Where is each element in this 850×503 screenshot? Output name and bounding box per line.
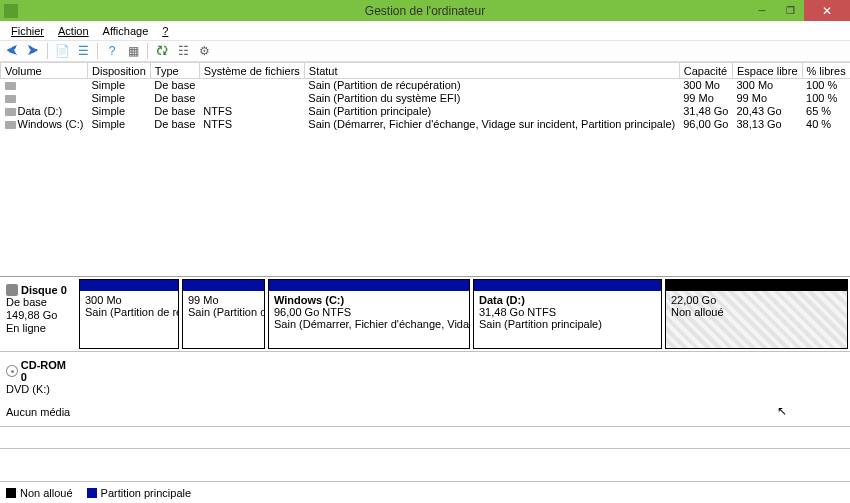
partition[interactable]: Windows (C:)96,00 Go NTFSSain (Démarrer,… <box>268 279 470 349</box>
col-pctfree[interactable]: % libres <box>802 63 850 79</box>
table-row[interactable]: Windows (C:)SimpleDe baseNTFSSain (Démar… <box>1 118 851 131</box>
disk-icon <box>6 284 18 296</box>
cd-icon <box>6 365 18 377</box>
menubar: Fichier Action Affichage ? <box>0 21 850 40</box>
col-capacity[interactable]: Capacité <box>679 63 732 79</box>
volume-icon <box>5 121 16 129</box>
disk-map: Disque 0 De base 149,88 Go En ligne 300 … <box>0 277 850 448</box>
col-free[interactable]: Espace libre <box>732 63 802 79</box>
col-disposition[interactable]: Disposition <box>88 63 151 79</box>
list-icon[interactable]: ☷ <box>174 42 192 60</box>
back-button[interactable]: ⮜ <box>3 42 21 60</box>
legend-primary: Partition principale <box>87 487 192 499</box>
disk-row-cdrom[interactable]: CD-ROM 0 DVD (K:) Aucun média <box>0 352 850 427</box>
separator <box>47 43 48 59</box>
col-type[interactable]: Type <box>150 63 199 79</box>
menu-action[interactable]: Action <box>51 23 96 39</box>
col-volume[interactable]: Volume <box>1 63 88 79</box>
help-icon[interactable]: ? <box>103 42 121 60</box>
separator <box>147 43 148 59</box>
minimize-button[interactable]: ─ <box>748 0 776 21</box>
partition[interactable]: Data (D:)31,48 Go NTFSSain (Partition pr… <box>473 279 662 349</box>
spacer <box>0 448 850 481</box>
volume-icon <box>5 82 16 90</box>
legend-unallocated: Non alloué <box>6 487 73 499</box>
volume-icon <box>5 95 16 103</box>
table-row[interactable]: SimpleDe baseSain (Partition du système … <box>1 92 851 105</box>
partition[interactable]: 99 MoSain (Partition du s <box>182 279 265 349</box>
app-icon <box>4 4 18 18</box>
separator <box>97 43 98 59</box>
menu-view[interactable]: Affichage <box>96 23 156 39</box>
properties-icon[interactable]: ▦ <box>124 42 142 60</box>
disk-row-0[interactable]: Disque 0 De base 149,88 Go En ligne 300 … <box>0 277 850 352</box>
volume-icon <box>5 108 16 116</box>
cdrom-empty <box>80 352 850 426</box>
window-title: Gestion de l'ordinateur <box>0 4 850 18</box>
menu-file[interactable]: Fichier <box>4 23 51 39</box>
legend: Non alloué Partition principale <box>0 481 850 503</box>
cdrom-label: CD-ROM 0 DVD (K:) Aucun média <box>0 352 80 426</box>
forward-button[interactable]: ⮞ <box>24 42 42 60</box>
refresh-icon[interactable]: 🗘 <box>153 42 171 60</box>
show-hide-icon[interactable]: ☰ <box>74 42 92 60</box>
up-icon[interactable]: 📄 <box>53 42 71 60</box>
table-row[interactable]: Data (D:)SimpleDe baseNTFSSain (Partitio… <box>1 105 851 118</box>
partition[interactable]: 300 MoSain (Partition de récupé <box>79 279 179 349</box>
menu-help[interactable]: ? <box>155 23 175 39</box>
partition[interactable]: 22,00 GoNon alloué <box>665 279 848 349</box>
toolbar: ⮜ ⮞ 📄 ☰ ? ▦ 🗘 ☷ ⚙ <box>0 40 850 62</box>
volume-table: Volume Disposition Type Système de fichi… <box>0 62 850 277</box>
maximize-button[interactable]: ❐ <box>776 0 804 21</box>
settings-icon[interactable]: ⚙ <box>195 42 213 60</box>
table-header-row: Volume Disposition Type Système de fichi… <box>1 63 851 79</box>
disk-label: Disque 0 De base 149,88 Go En ligne <box>0 277 77 351</box>
table-row[interactable]: SimpleDe baseSain (Partition de récupéra… <box>1 79 851 92</box>
close-button[interactable]: ✕ <box>804 0 850 21</box>
window-controls: ─ ❐ ✕ <box>748 0 850 21</box>
col-status[interactable]: Statut <box>304 63 679 79</box>
col-fs[interactable]: Système de fichiers <box>199 63 304 79</box>
titlebar: Gestion de l'ordinateur ─ ❐ ✕ <box>0 0 850 21</box>
